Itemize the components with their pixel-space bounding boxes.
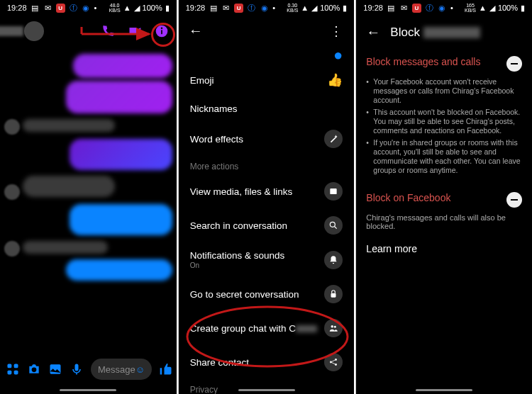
svg-line-14 xyxy=(335,227,337,229)
message-sent[interactable] xyxy=(70,204,172,235)
svg-point-16 xyxy=(331,325,334,328)
block-facebook-text: Chirag's messages and calls will also be… xyxy=(356,210,532,233)
svg-point-13 xyxy=(331,222,336,227)
info-icon[interactable] xyxy=(154,23,170,39)
setting-emoji[interactable]: Emoji👍 xyxy=(179,64,355,96)
notif-icon: ▤ xyxy=(209,4,218,13)
nav-bar[interactable] xyxy=(416,389,472,391)
more-icon: • xyxy=(272,4,275,12)
svg-rect-1 xyxy=(161,30,162,34)
label: Share contact xyxy=(190,357,249,368)
nav-bar[interactable] xyxy=(60,389,116,391)
search-icon xyxy=(324,216,343,235)
label: Notifications & sounds xyxy=(190,250,285,261)
section-more-actions: More actions xyxy=(179,156,355,174)
setting-notifications[interactable]: Notifications & soundsOn xyxy=(179,242,355,277)
more-dots-icon[interactable]: ⋮ xyxy=(330,23,344,39)
svg-rect-5 xyxy=(8,364,12,368)
svg-rect-6 xyxy=(14,364,18,368)
message-input[interactable]: Message ☺ xyxy=(91,359,152,380)
setting-view-media[interactable]: View media, files & links xyxy=(179,174,355,208)
like-icon[interactable] xyxy=(159,361,173,377)
message-received[interactable] xyxy=(23,176,115,197)
fb-icon: ⓕ xyxy=(69,4,78,13)
learn-more-link[interactable]: Learn more xyxy=(356,233,532,264)
call-icon[interactable] xyxy=(100,23,116,39)
messenger-icon: ◉ xyxy=(438,4,447,13)
image-icon xyxy=(324,182,343,201)
contact-name[interactable] xyxy=(0,26,23,36)
block-header: ← Block xyxy=(356,16,532,49)
battery-icon: ▮ xyxy=(165,4,170,13)
apps-icon[interactable] xyxy=(6,361,20,377)
battery-icon: ▮ xyxy=(343,4,347,13)
messenger-icon: ◉ xyxy=(260,4,269,13)
setting-secret[interactable]: Go to secret conversation xyxy=(179,277,355,311)
wifi-icon: ▲ xyxy=(301,4,309,12)
camera-icon[interactable] xyxy=(27,361,41,377)
label: View media, files & links xyxy=(190,186,293,197)
emoji-icon[interactable]: ☺ xyxy=(135,364,145,375)
message-sent[interactable] xyxy=(73,54,172,78)
svg-point-20 xyxy=(335,364,337,366)
label: Word effects xyxy=(190,134,243,145)
label: Search in conversation xyxy=(190,220,287,231)
nav-bar[interactable] xyxy=(238,389,295,391)
label: Create group chat with C xyxy=(190,323,317,334)
setting-share-contact[interactable]: Share contact xyxy=(179,345,355,379)
message-received[interactable] xyxy=(23,241,108,254)
bell-icon xyxy=(324,251,343,269)
notif-icon: ▤ xyxy=(31,4,40,13)
mic-icon[interactable] xyxy=(70,361,84,377)
screen-settings: 19:28 ▤ ✉ U ⓕ ◉ • 0.30KB/S ▲ ◢ 100% ▮ ← … xyxy=(178,0,355,394)
net-speed: 0.30KB/S xyxy=(287,3,298,13)
signal-icon: ◢ xyxy=(489,4,495,13)
chat-header: ← xyxy=(0,16,177,47)
status-time: 19:28 xyxy=(7,4,27,12)
bullet: This account won't be blocked on Faceboo… xyxy=(366,106,522,137)
svg-rect-12 xyxy=(331,188,337,194)
message-sent[interactable] xyxy=(70,139,172,170)
setting-search[interactable]: Search in conversation xyxy=(179,208,355,242)
app-icon: U xyxy=(234,4,243,13)
block-facebook-section[interactable]: Block on Facebook xyxy=(356,185,532,210)
more-icon: • xyxy=(94,4,97,12)
label: Emoji xyxy=(190,75,214,86)
gallery-icon[interactable] xyxy=(48,361,62,377)
setting-word-effects[interactable]: Word effects xyxy=(179,122,355,156)
wifi-icon: ▲ xyxy=(123,4,131,12)
fb-icon: ⓕ xyxy=(425,4,434,13)
signal-icon: ◢ xyxy=(311,4,317,13)
back-icon[interactable]: ← xyxy=(366,24,380,40)
settings-list: Emoji👍 Nicknames Word effects More actio… xyxy=(179,64,355,394)
screen-chat: 19:28 ▤ ✉ U ⓕ ◉ • 48.0KB/S ▲ ◢ 100% ▮ ← xyxy=(0,0,177,394)
message-received[interactable] xyxy=(23,119,115,132)
status-time: 19:28 xyxy=(186,4,206,12)
back-icon[interactable]: ← xyxy=(189,23,203,39)
signal-icon: ◢ xyxy=(134,4,140,13)
battery-pct: 100% xyxy=(143,4,162,12)
group-icon xyxy=(324,319,343,337)
chat-body xyxy=(0,47,177,351)
setting-nicknames[interactable]: Nicknames xyxy=(179,96,355,122)
wifi-icon: ▲ xyxy=(479,4,487,12)
message-sent[interactable] xyxy=(66,259,172,281)
setting-create-group[interactable]: Create group chat with C xyxy=(179,311,355,345)
label: Nicknames xyxy=(190,103,238,114)
block-messages-section[interactable]: Block messages and calls Your Facebook a… xyxy=(356,49,532,185)
share-icon xyxy=(324,353,343,371)
section-privacy: Privacy xyxy=(179,379,355,394)
status-bar: 19:28 ▤ ✉ U ⓕ ◉ • 48.0KB/S ▲ ◢ 100% ▮ xyxy=(0,0,177,16)
svg-rect-8 xyxy=(14,371,18,375)
more-icon: • xyxy=(450,4,453,12)
msg-icon: ✉ xyxy=(43,4,52,13)
contact-avatar[interactable] xyxy=(24,21,44,41)
video-icon[interactable] xyxy=(127,23,143,39)
svg-rect-11 xyxy=(75,364,79,371)
message-sent[interactable] xyxy=(66,81,172,113)
label: Go to secret conversation xyxy=(190,289,299,300)
block-messages-bullets: Your Facebook account won't receive mess… xyxy=(366,72,522,182)
svg-point-17 xyxy=(334,326,336,328)
minus-icon xyxy=(506,56,522,72)
status-bar: 19:28 ▤ ✉ U ⓕ ◉ • 0.30KB/S ▲ ◢ 100% ▮ xyxy=(179,0,355,16)
